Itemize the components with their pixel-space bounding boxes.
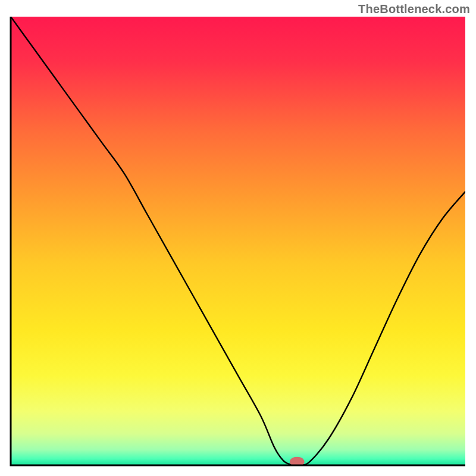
bottleneck-chart: [0, 0, 476, 476]
gradient-background: [11, 17, 465, 465]
watermark-text: TheBottleneck.com: [358, 2, 470, 16]
chart-container: TheBottleneck.com: [0, 0, 476, 476]
